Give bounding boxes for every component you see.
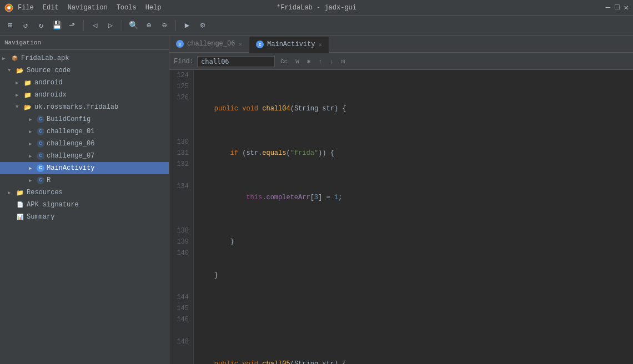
sidebar-item-r[interactable]: ▶ C R (0, 174, 169, 186)
toolbar-next-btn[interactable]: ▷ (104, 19, 117, 32)
tab-mainactivity-label: MainActivity (267, 41, 315, 48)
sidebar-label-buildconfig: BuildConfig (47, 115, 91, 123)
sidebar-item-package[interactable]: ▼ 📂 uk.rossmarks.fridalab (0, 101, 169, 113)
line-num-empty9 (169, 270, 193, 281)
maximize-button[interactable]: □ (615, 3, 619, 12)
line-num-empty12 (169, 347, 193, 358)
toolbar-save-btn[interactable]: 💾 (50, 19, 63, 32)
line-num-empty3 (169, 125, 193, 136)
line-num-empty8 (169, 259, 193, 270)
menu-help[interactable]: Help (145, 4, 162, 12)
toolbar-sep-3 (175, 20, 176, 31)
toolbar-zoom-in-btn[interactable]: ⊕ (142, 19, 155, 32)
sidebar-item-challenge06[interactable]: ▶ C challenge_06 (0, 138, 169, 150)
apksig-icon: 📄 (16, 200, 24, 209)
menu-tools[interactable]: Tools (117, 4, 137, 12)
menu-bar[interactable]: File Edit Navigation Tools Help (18, 4, 161, 12)
java-mainactivity-icon: C (37, 164, 44, 172)
menu-edit[interactable]: Edit (43, 4, 59, 12)
close-button[interactable]: ✕ (624, 3, 629, 12)
line-num-144: 144 (169, 292, 193, 303)
line-num-132: 132 (169, 159, 193, 170)
java-challenge07-icon: C (37, 152, 44, 160)
toolbar-new-btn[interactable]: ⊞ (3, 19, 17, 32)
sidebar-label-androidx: androidx (34, 91, 67, 99)
sidebar-label-mainactivity: MainActivity (47, 164, 94, 172)
tree-arrow-source: ▼ (8, 68, 16, 73)
tab-challenge06-icon: C (176, 40, 184, 48)
toolbar-prev-btn[interactable]: ◁ (88, 19, 102, 32)
code-line-blank1 (198, 303, 629, 314)
toolbar-export-btn[interactable]: ⬏ (66, 19, 79, 32)
sidebar-label-resources: Resources (27, 189, 63, 196)
tree-arrow-android: ▶ (16, 80, 23, 86)
sidebar-item-summary[interactable]: ▶ 📊 Summary (0, 211, 169, 223)
line-numbers: 124 125 126 130 131 132 134 138 139 140 (169, 70, 194, 364)
sidebar-item-buildconfig[interactable]: ▶ C BuildConfig (0, 113, 169, 125)
sidebar-item-androidx[interactable]: ▶ 📁 androidx (0, 89, 169, 101)
tab-challenge06-close[interactable]: ✕ (238, 41, 242, 48)
toolbar-run-btn[interactable]: ▶ (180, 19, 194, 32)
menu-file[interactable]: File (18, 4, 34, 12)
sidebar-item-source-code[interactable]: ▼ 📂 Source code (0, 64, 169, 77)
window-controls[interactable]: — □ ✕ (606, 3, 629, 12)
line-num-148: 148 (169, 336, 193, 347)
tree-arrow-challenge07: ▶ (29, 153, 37, 159)
toolbar-sep-2 (122, 20, 122, 31)
find-case-btn[interactable]: Cc (278, 57, 290, 66)
sidebar-label-source-code: Source code (27, 67, 71, 74)
find-prev-btn[interactable]: ↑ (316, 57, 324, 66)
code-editor[interactable]: 124 125 126 130 131 132 134 138 139 140 (169, 70, 633, 364)
sidebar-label-apksig: APK signature (27, 201, 79, 209)
sidebar-label-challenge06: challenge_06 (47, 140, 94, 148)
code-content: public void chall04(String str) { if (st… (194, 70, 633, 364)
sidebar-item-android[interactable]: ▶ 📁 android (0, 77, 169, 89)
tree-arrow-resources: ▶ (8, 190, 16, 196)
find-close-btn[interactable]: ⊡ (339, 57, 348, 66)
toolbar-forward-btn[interactable]: ↻ (34, 19, 48, 32)
toolbar-search-btn[interactable]: 🔍 (127, 19, 140, 32)
code-line-130: public void chall05(String str) { (198, 358, 629, 364)
tree-arrow-summary: ▶ (8, 214, 16, 220)
tab-mainactivity-icon: C (256, 41, 264, 48)
find-input[interactable] (197, 56, 275, 67)
tab-challenge06[interactable]: C challenge_06 ✕ (169, 36, 249, 52)
sidebar-item-challenge01[interactable]: ▶ C challenge_01 (0, 125, 169, 138)
folder-icon: 📂 (16, 66, 24, 75)
tree-arrow-challenge01: ▶ (29, 129, 37, 135)
editor-area: C challenge_06 ✕ C MainActivity ✕ Find: … (169, 36, 633, 364)
code-line-125: if (str.equals("frida")) { (198, 148, 629, 159)
line-num-140: 140 (169, 247, 193, 259)
tree-arrow-apksig: ▶ (8, 202, 16, 208)
line-num-empty1 (169, 103, 193, 114)
sidebar-item-mainactivity[interactable]: ▶ C MainActivity (0, 162, 169, 174)
toolbar-sep-1 (83, 20, 84, 31)
sidebar-item-apk[interactable]: ▶ 📦 FridaLab.apk (0, 52, 169, 64)
code-line-c1: } (198, 236, 629, 247)
sidebar-item-resources[interactable]: ▶ 📁 Resources (0, 186, 169, 199)
tab-mainactivity-close[interactable]: ✕ (318, 41, 322, 48)
minimize-button[interactable]: — (606, 3, 610, 12)
toolbar-back-btn[interactable]: ↺ (19, 19, 32, 32)
find-next-btn[interactable]: ↓ (328, 57, 336, 66)
sidebar-label-summary: Summary (27, 213, 54, 221)
line-num-131: 131 (169, 148, 193, 159)
menu-navigation[interactable]: Navigation (68, 4, 108, 12)
sidebar-item-apksig[interactable]: ▶ 📄 APK signature (0, 199, 169, 211)
svg-point-3 (10, 5, 12, 7)
sidebar-item-challenge07[interactable]: ▶ C challenge_07 (0, 150, 169, 162)
find-regex-btn[interactable]: ✱ (305, 57, 313, 66)
toolbar-settings-btn[interactable]: ⚙ (196, 19, 209, 32)
line-num-125: 125 (169, 81, 193, 92)
folder-resources-icon: 📁 (16, 188, 24, 197)
line-num-empty2 (169, 114, 193, 125)
java-challenge06-icon: C (37, 140, 44, 148)
find-word-btn[interactable]: W (293, 57, 302, 66)
line-num-126: 126 (169, 92, 193, 103)
tree-arrow: ▶ (2, 55, 10, 62)
summary-icon: 📊 (16, 213, 24, 221)
code-line-c2: } (198, 270, 629, 281)
toolbar-zoom-out-btn[interactable]: ⊖ (158, 19, 171, 32)
tab-mainactivity[interactable]: C MainActivity ✕ (249, 37, 329, 53)
folder-android-icon: 📁 (23, 78, 32, 87)
